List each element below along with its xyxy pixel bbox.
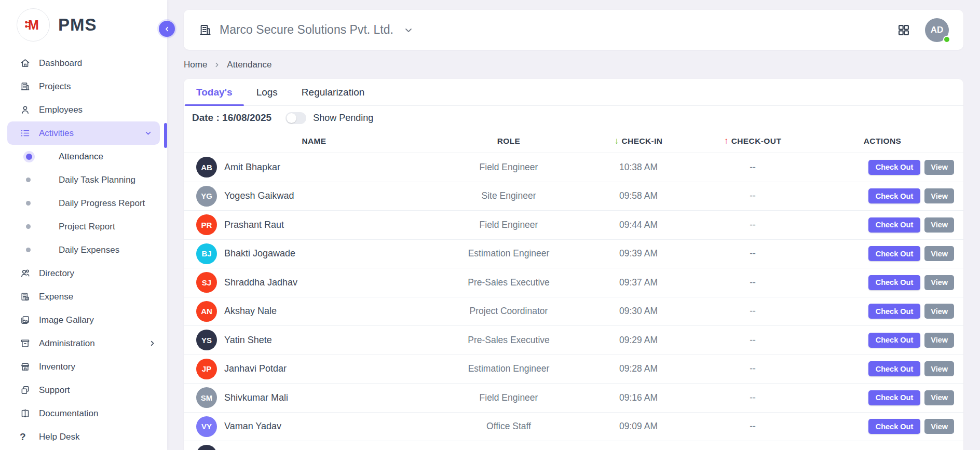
table-row [184, 441, 963, 450]
table-row: AB Amit Bhapkar Field Engineer 10:38 AM … [184, 153, 963, 182]
sidebar-subitem-attendance[interactable]: Attendance [0, 145, 167, 168]
sidebar-subitem-label: Daily Progress Report [59, 198, 145, 209]
sidebar-subitem-daily-task-planning[interactable]: Daily Task Planning [0, 168, 167, 192]
employee-role: Field Engineer [436, 392, 581, 403]
tab-today-s[interactable]: Today's [185, 79, 244, 105]
sidebar-item-dashboard[interactable]: Dashboard [0, 51, 167, 75]
tab-regularization[interactable]: Regularization [290, 79, 376, 105]
check-out-time: -- [696, 277, 810, 288]
tab-logs[interactable]: Logs [245, 79, 289, 105]
help-icon: ? [20, 431, 31, 443]
receipt-icon [20, 291, 31, 303]
view-button[interactable]: View [924, 188, 954, 203]
sidebar-item-support[interactable]: Support [0, 378, 167, 402]
view-button[interactable]: View [924, 304, 954, 319]
column-check-out[interactable]: ↑CHECK-OUT [696, 136, 810, 146]
sidebar-item-administration[interactable]: Administration [0, 332, 167, 355]
check-out-time: -- [696, 363, 810, 374]
column-check-in[interactable]: ↓CHECK-IN [581, 136, 696, 146]
breadcrumb-home[interactable]: Home [184, 60, 207, 70]
view-button[interactable]: View [924, 361, 954, 376]
sidebar-item-image-gallary[interactable]: Image Gallary [0, 308, 167, 332]
view-button[interactable]: View [924, 333, 954, 348]
check-out-time: -- [696, 190, 810, 201]
employee-role: Office Staff [436, 421, 581, 432]
sidebar-item-documentation[interactable]: Documentation [0, 402, 167, 425]
sidebar-subitem-daily-progress-report[interactable]: Daily Progress Report [0, 192, 167, 215]
sidebar-item-expense[interactable]: Expense [0, 285, 167, 308]
employee-name: Prashant Raut [224, 220, 284, 230]
view-button[interactable]: View [924, 160, 954, 175]
check-out-button[interactable]: Check Out [868, 160, 921, 175]
check-in-time: 09:58 AM [581, 190, 696, 201]
check-in-time: 09:09 AM [581, 421, 696, 432]
breadcrumb-attendance: Attendance [227, 60, 271, 70]
employee-name: Amit Bhapkar [224, 162, 280, 173]
check-out-button[interactable]: Check Out [868, 304, 921, 319]
sidebar-item-help-desk[interactable]: ? Help Desk [0, 425, 167, 448]
main-area: Marco Secure Solutions Pvt. Ltd. AD Home… [167, 0, 980, 450]
sidebar-collapse-button[interactable] [159, 21, 175, 37]
check-out-button[interactable]: Check Out [868, 390, 921, 405]
check-in-time: 09:44 AM [581, 220, 696, 230]
check-out-time: -- [696, 248, 810, 259]
sidebar-subitem-label: Project Report [59, 222, 115, 232]
sidebar-item-activities[interactable]: Activities [7, 121, 160, 145]
sidebar-item-employees[interactable]: Employees [0, 98, 167, 121]
building-icon [198, 23, 212, 37]
chevron-right-icon [148, 339, 157, 348]
tab-label: Today's [196, 87, 233, 98]
user-avatar[interactable]: AD [925, 18, 949, 42]
employee-name: Yatin Shete [224, 335, 272, 346]
sidebar-item-label: Help Desk [39, 432, 79, 442]
check-out-button[interactable]: Check Out [868, 246, 921, 261]
check-in-time: 09:30 AM [581, 306, 696, 317]
check-out-time: -- [696, 306, 810, 317]
row-avatar: SJ [196, 272, 217, 293]
view-button[interactable]: View [924, 275, 954, 290]
company-selector[interactable]: Marco Secure Solutions Pvt. Ltd. [198, 23, 414, 37]
check-out-button[interactable]: Check Out [868, 188, 921, 203]
sidebar-item-inventory[interactable]: Inventory [0, 355, 167, 378]
table-body: AB Amit Bhapkar Field Engineer 10:38 AM … [184, 153, 963, 450]
check-in-time: 09:37 AM [581, 277, 696, 288]
check-out-button[interactable]: Check Out [868, 361, 921, 376]
grid-icon [897, 23, 910, 37]
view-button[interactable]: View [924, 419, 954, 434]
sidebar-item-label: Documentation [39, 408, 98, 419]
logo-mark-icon: M [17, 8, 50, 42]
sidebar-subitem-project-report[interactable]: Project Report [0, 215, 167, 238]
attendance-table: NAME ROLE ↓CHECK-IN ↑CHECK-OUT ACTIONS A… [184, 130, 963, 450]
employee-name: Bhakti Jogawade [224, 248, 295, 259]
row-avatar: SM [196, 387, 217, 408]
table-row: BJ Bhakti Jogawade Estimation Engineer 0… [184, 240, 963, 269]
column-name: NAME [192, 137, 436, 146]
chevron-down-icon [403, 25, 414, 35]
employee-role: Field Engineer [436, 162, 581, 173]
app-title: PMS [58, 15, 97, 35]
view-button[interactable]: View [924, 390, 954, 405]
sidebar-subitem-daily-expenses[interactable]: Daily Expenses [0, 238, 167, 262]
view-button[interactable]: View [924, 217, 954, 233]
chevron-left-icon [163, 25, 171, 33]
row-avatar: VY [196, 416, 217, 437]
check-in-time: 10:38 AM [581, 162, 696, 173]
row-avatar: JP [196, 359, 217, 379]
sidebar-item-directory[interactable]: Directory [0, 262, 167, 285]
view-button[interactable]: View [924, 246, 954, 261]
check-out-button[interactable]: Check Out [868, 217, 921, 233]
show-pending-toggle[interactable] [285, 112, 306, 124]
sidebar-item-projects[interactable]: Projects [0, 75, 167, 98]
column-actions: ACTIONS [810, 137, 955, 146]
apps-grid-button[interactable] [897, 23, 910, 37]
sidebar-item-label: Directory [39, 268, 74, 279]
bullet-dot-icon [26, 154, 32, 160]
check-out-button[interactable]: Check Out [868, 275, 921, 290]
employee-name: Shivkumar Mali [224, 392, 288, 403]
check-out-time: -- [696, 335, 810, 346]
check-out-button[interactable]: Check Out [868, 419, 921, 434]
sidebar-item-label: Activities [39, 128, 74, 139]
check-out-button[interactable]: Check Out [868, 333, 921, 348]
sidebar-item-label: Image Gallary [39, 315, 94, 325]
breadcrumb: Home Attendance [184, 58, 271, 72]
